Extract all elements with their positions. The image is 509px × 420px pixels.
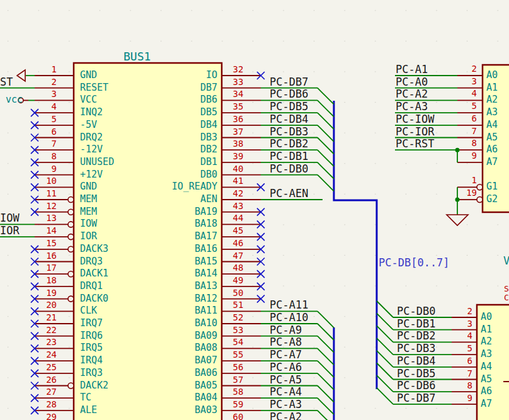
pin-name[interactable]: A5 (486, 133, 498, 143)
bus-entry-wire[interactable] (317, 373, 334, 390)
edge-label-fragment[interactable]: S (504, 285, 509, 293)
pin-number[interactable]: 46 (229, 239, 247, 248)
pin-name[interactable]: BA08 (76, 343, 217, 353)
pin-name[interactable]: BA14 (76, 269, 217, 279)
edge-label-fragment[interactable]: IOR (0, 225, 20, 237)
pin-number[interactable]: 59 (229, 400, 247, 409)
ground-icon[interactable] (447, 215, 468, 225)
pin-name[interactable]: A3 (486, 108, 498, 118)
net-label[interactable]: PC-A9 (270, 325, 302, 336)
pin-name[interactable]: DB0 (76, 170, 217, 180)
edge-label-fragment[interactable]: ST (0, 77, 13, 88)
bus-entry-wire[interactable] (377, 363, 393, 380)
pin-number[interactable]: 28 (31, 400, 57, 409)
pin-number[interactable]: 40 (229, 164, 247, 174)
net-label[interactable]: PC-DB6 (397, 380, 435, 392)
bus-entry-wire[interactable] (377, 338, 393, 355)
pin-name[interactable]: A0 (486, 71, 498, 81)
pin-number[interactable]: 13 (31, 213, 57, 223)
bus-entry-wire[interactable] (377, 388, 393, 404)
pin-number[interactable]: 4 (452, 89, 477, 98)
net-label[interactable]: PC-DB3 (397, 343, 435, 355)
bus-entry-wire[interactable] (377, 314, 393, 330)
pin-number[interactable]: 54 (229, 338, 247, 347)
pin-number[interactable]: 15 (31, 239, 57, 248)
net-label[interactable]: PC-RST (396, 139, 434, 150)
pin-name[interactable]: DB6 (76, 95, 217, 105)
pin-number[interactable]: 53 (229, 326, 247, 335)
pin-name[interactable]: A0 (481, 312, 492, 322)
pin-number[interactable]: 49 (229, 276, 247, 285)
pin-name[interactable]: BA17 (76, 232, 217, 242)
net-label[interactable]: PC-DB0 (270, 164, 308, 175)
pin-number[interactable]: 6 (447, 356, 472, 366)
net-label[interactable]: PC-A6 (270, 362, 302, 373)
pin-number[interactable]: 4 (31, 102, 57, 111)
bus-entry-wire[interactable] (317, 162, 334, 179)
net-label[interactable]: PC-DB5 (397, 368, 435, 380)
pin-name[interactable]: A4 (481, 362, 492, 372)
net-label[interactable]: PC-A8 (270, 337, 302, 348)
pin-number[interactable]: 45 (229, 226, 247, 236)
pin-name[interactable]: BA13 (76, 281, 217, 292)
bus-entry-wire[interactable] (377, 351, 393, 367)
pin-name[interactable]: DB2 (76, 145, 217, 155)
pin-number[interactable]: 9 (31, 164, 57, 174)
pin-name[interactable]: G1 (486, 182, 498, 192)
pin-name[interactable]: BA15 (76, 257, 217, 267)
pin-number[interactable]: 3 (452, 77, 477, 86)
pin-number[interactable]: 12 (31, 201, 57, 211)
bus-entry-wire[interactable] (317, 150, 334, 166)
net-label[interactable]: PC-IOR (396, 127, 434, 138)
pin-number[interactable]: 19 (31, 288, 57, 298)
pin-number[interactable]: 41 (229, 176, 247, 186)
net-label[interactable]: PC-A1 (396, 64, 428, 76)
pin-number[interactable]: 21 (31, 313, 57, 322)
net-label[interactable]: PC-A4 (270, 387, 302, 398)
pin-name[interactable]: DB4 (76, 120, 217, 130)
pin-name[interactable]: A6 (481, 387, 492, 397)
pin-number[interactable]: 39 (229, 152, 247, 161)
net-label[interactable]: PC-A0 (396, 77, 428, 88)
net-label[interactable]: PC-A11 (270, 300, 308, 311)
pin-name[interactable]: A1 (486, 83, 498, 93)
bus-entry-wire[interactable] (377, 326, 393, 342)
pin-name[interactable]: A7 (486, 157, 498, 167)
pin-name[interactable]: A2 (481, 337, 492, 347)
pin-number[interactable]: 2 (31, 77, 57, 87)
pin-number[interactable]: 26 (31, 375, 57, 385)
pin-number[interactable]: 7 (447, 369, 472, 378)
pin-name[interactable]: IO_READY (76, 182, 217, 192)
pin-number[interactable]: 27 (31, 387, 57, 397)
pin-name[interactable]: DB5 (76, 108, 217, 118)
pin-name[interactable]: DB7 (76, 83, 217, 93)
pin-name[interactable]: A1 (481, 325, 492, 335)
pin-number[interactable]: 48 (229, 263, 247, 273)
component-reference[interactable]: BUS1 (123, 51, 151, 63)
pin-number[interactable]: 36 (229, 115, 247, 124)
pin-number[interactable]: 57 (229, 375, 247, 385)
pin-name[interactable]: BA12 (76, 294, 217, 304)
pin-name[interactable]: BA07 (76, 356, 217, 366)
pin-number[interactable]: 50 (229, 288, 247, 298)
pin-number[interactable]: 9 (452, 151, 477, 161)
pin-number[interactable]: 18 (31, 276, 57, 285)
pin-number[interactable]: 14 (31, 226, 57, 236)
bus-entry-wire[interactable] (317, 324, 334, 340)
pin-number[interactable]: 2 (452, 64, 477, 74)
pin-name[interactable]: BA16 (76, 244, 217, 254)
edge-label-fragment[interactable]: C (504, 293, 509, 302)
pin-number[interactable]: 4 (447, 331, 472, 341)
pin-number[interactable]: 6 (31, 127, 57, 137)
power-label[interactable]: vcc (6, 95, 23, 105)
pin-name[interactable]: BA11 (76, 306, 217, 316)
bus-entry-wire[interactable] (317, 100, 334, 116)
pin-number[interactable]: 37 (229, 127, 247, 137)
pin-name[interactable]: BA03 (76, 406, 217, 416)
pin-number[interactable]: 33 (229, 77, 247, 87)
net-label[interactable]: PC-A3 (270, 399, 302, 411)
net-label[interactable]: PC-DB1 (270, 151, 308, 162)
pin-number[interactable]: 2 (447, 307, 472, 316)
pin-number[interactable]: 5 (31, 115, 57, 124)
pin-number[interactable]: 3 (31, 89, 57, 99)
